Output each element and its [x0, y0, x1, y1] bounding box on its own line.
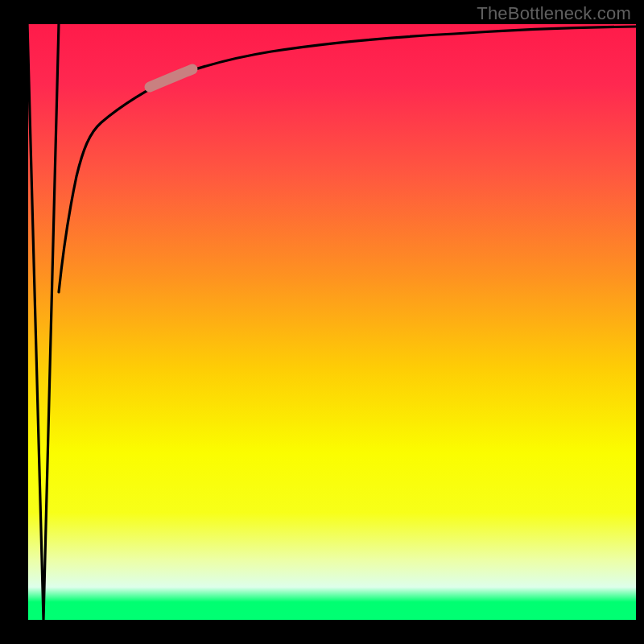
- plot-gradient-background: [28, 24, 636, 620]
- attribution-text: TheBottleneck.com: [477, 3, 631, 24]
- chart-canvas: TheBottleneck.com: [0, 0, 644, 644]
